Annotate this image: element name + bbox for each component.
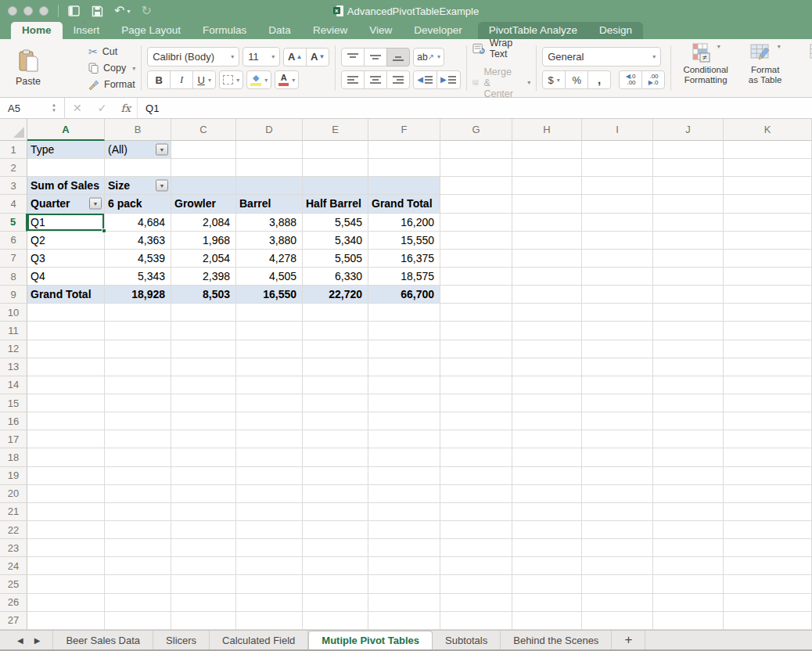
cell-E23[interactable]	[303, 539, 368, 557]
paste-button[interactable]: Paste	[10, 44, 46, 92]
cell-E26[interactable]	[303, 594, 368, 612]
cell-F9[interactable]: 66,700	[368, 286, 440, 304]
cell-G16[interactable]	[440, 412, 512, 430]
cell-K1[interactable]	[724, 141, 812, 159]
cell-G25[interactable]	[440, 575, 512, 593]
cell-B17[interactable]	[105, 430, 171, 448]
row-header-27[interactable]: 27	[0, 612, 27, 630]
cell-J16[interactable]	[653, 412, 724, 430]
cell-H22[interactable]	[512, 521, 582, 539]
cell-D5[interactable]: 3,888	[236, 214, 303, 232]
cell-B3[interactable]: Size▼	[105, 177, 171, 195]
align-top-button[interactable]	[341, 48, 365, 67]
confirm-entry-icon[interactable]: ✓	[90, 102, 115, 114]
cell-I1[interactable]	[582, 141, 653, 159]
formula-content[interactable]: Q1	[137, 98, 812, 118]
cell-H17[interactable]	[512, 430, 582, 448]
cell-J15[interactable]	[653, 394, 724, 412]
cell-C17[interactable]	[171, 430, 236, 448]
merge-center-button[interactable]: Merge & Center ▾	[472, 67, 531, 99]
cancel-entry-icon[interactable]: ✕	[65, 102, 90, 114]
ribbon-tab-review[interactable]: Review	[302, 22, 358, 39]
cell-C18[interactable]	[171, 448, 236, 466]
cell-J10[interactable]	[653, 304, 724, 322]
cell-D27[interactable]	[236, 612, 303, 630]
cell-J27[interactable]	[653, 612, 724, 630]
cell-J13[interactable]	[653, 358, 724, 376]
cell-D8[interactable]: 4,505	[236, 268, 303, 286]
cell-G10[interactable]	[440, 304, 512, 322]
cell-F21[interactable]	[368, 503, 440, 521]
cell-A5[interactable]: Q1	[27, 214, 105, 232]
cell-A3[interactable]: Sum of Sales	[27, 177, 105, 195]
cell-H16[interactable]	[512, 412, 582, 430]
row-header-4[interactable]: 4	[0, 195, 27, 213]
cell-H8[interactable]	[512, 268, 582, 286]
cell-K16[interactable]	[724, 412, 812, 430]
cell-I24[interactable]	[582, 557, 653, 575]
cell-B12[interactable]	[105, 340, 171, 358]
cell-F7[interactable]: 16,375	[368, 250, 440, 268]
text-orientation-button[interactable]: ab↗ ▾	[413, 48, 444, 67]
cell-C15[interactable]	[171, 394, 236, 412]
cell-I23[interactable]	[582, 539, 653, 557]
row-header-10[interactable]: 10	[0, 304, 27, 322]
format-painter-button[interactable]: Format	[88, 77, 135, 92]
cell-F22[interactable]	[368, 521, 440, 539]
cell-I16[interactable]	[582, 412, 653, 430]
cell-H6[interactable]	[512, 232, 582, 250]
cell-E20[interactable]	[303, 485, 368, 503]
cell-E19[interactable]	[303, 467, 368, 485]
cell-C14[interactable]	[171, 376, 236, 394]
increase-font-size-button[interactable]: A▲	[283, 48, 307, 67]
cell-E18[interactable]	[303, 448, 368, 466]
cell-J8[interactable]	[653, 268, 724, 286]
column-header-C[interactable]: C	[171, 119, 236, 141]
cell-C23[interactable]	[171, 539, 236, 557]
cell-G11[interactable]	[440, 322, 512, 340]
cell-H18[interactable]	[512, 448, 582, 466]
cell-F27[interactable]	[368, 612, 440, 630]
cell-D6[interactable]: 3,880	[236, 232, 303, 250]
cell-C21[interactable]	[171, 503, 236, 521]
cell-A16[interactable]	[27, 412, 105, 430]
cell-E27[interactable]	[303, 612, 368, 630]
cell-A18[interactable]	[27, 448, 105, 466]
cell-K20[interactable]	[724, 485, 812, 503]
cell-E7[interactable]: 5,505	[303, 250, 368, 268]
cell-J7[interactable]	[653, 250, 724, 268]
cell-G14[interactable]	[440, 376, 512, 394]
cell-A2[interactable]	[27, 159, 105, 177]
cell-B4[interactable]: 6 pack	[105, 195, 171, 213]
cell-H20[interactable]	[512, 485, 582, 503]
cell-K14[interactable]	[724, 376, 812, 394]
decrease-decimal-button[interactable]: .00▶.0	[641, 70, 665, 89]
row-header-25[interactable]: 25	[0, 575, 27, 593]
increase-indent-button[interactable]: ▶	[437, 70, 461, 89]
cell-A20[interactable]	[27, 485, 105, 503]
cell-B20[interactable]	[105, 485, 171, 503]
ribbon-tab-formulas[interactable]: Formulas	[192, 22, 257, 39]
copy-button[interactable]: Copy ▾	[88, 61, 135, 75]
close-window-button[interactable]	[8, 6, 17, 16]
cell-K11[interactable]	[724, 322, 812, 340]
row-header-11[interactable]: 11	[0, 322, 27, 340]
cell-A26[interactable]	[27, 594, 105, 612]
cell-C3[interactable]	[171, 177, 236, 195]
cell-I25[interactable]	[582, 575, 653, 593]
cell-F2[interactable]	[368, 159, 440, 177]
cell-B21[interactable]	[105, 503, 171, 521]
cut-button[interactable]: ✂ Cut	[88, 45, 135, 59]
cell-J6[interactable]	[653, 232, 724, 250]
cell-A24[interactable]	[27, 557, 105, 575]
currency-format-button[interactable]: $▾	[542, 70, 566, 89]
cell-D19[interactable]	[236, 467, 303, 485]
redo-button[interactable]: ↻	[141, 5, 151, 17]
percent-format-button[interactable]: %	[565, 70, 588, 89]
cell-I27[interactable]	[582, 612, 653, 630]
pivot-filter-dropdown-button[interactable]: ▼	[89, 198, 102, 210]
sheet-nav-right-icon[interactable]: ▶	[34, 636, 41, 645]
increase-decimal-button[interactable]: ◀.0.00	[619, 70, 642, 89]
cell-E5[interactable]: 5,545	[303, 214, 368, 232]
cell-B7[interactable]: 4,539	[105, 250, 171, 268]
